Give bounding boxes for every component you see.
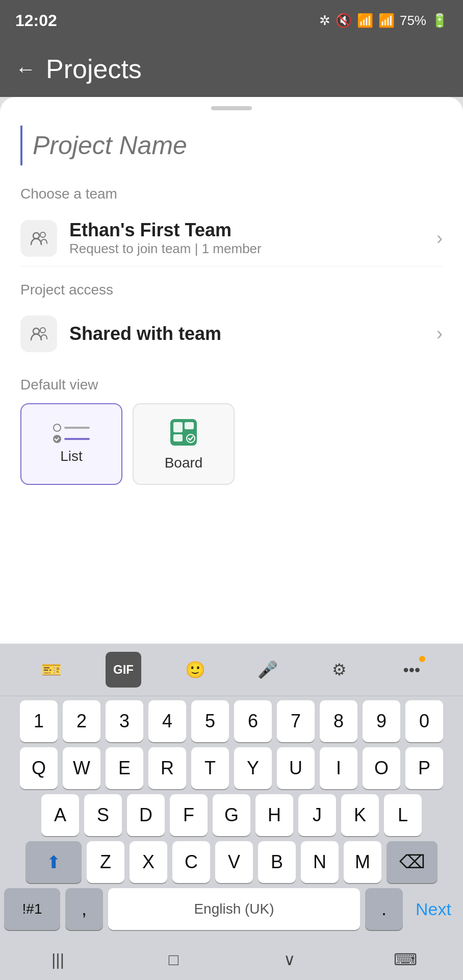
chevron-right-icon: › (436, 228, 443, 249)
back-button[interactable]: ← (15, 58, 36, 81)
svg-point-3 (40, 328, 45, 333)
zxcv-row: ⬆ Z X C V B N M ⌫ (4, 841, 459, 883)
key-8[interactable]: 8 (320, 700, 357, 742)
more-button[interactable]: ••• (394, 652, 429, 688)
key-1[interactable]: 1 (20, 700, 58, 742)
project-name-input[interactable] (20, 126, 443, 165)
gif-button[interactable]: GIF (106, 652, 141, 688)
key-6[interactable]: 6 (234, 700, 272, 742)
emoji-button[interactable]: 🙂 (177, 652, 213, 688)
home-nav-button[interactable]: □ (159, 944, 189, 975)
key-k[interactable]: K (341, 794, 379, 836)
key-9[interactable]: 9 (363, 700, 400, 742)
list-view-icon (53, 424, 90, 443)
board-view-label: Board (165, 455, 203, 471)
number-row: 1 2 3 4 5 6 7 8 9 0 (4, 700, 459, 742)
key-r[interactable]: R (148, 747, 186, 789)
asdf-row: A S D F G H J K L (4, 794, 459, 836)
signal-icon: 📶 (378, 13, 395, 29)
access-icon (20, 315, 57, 352)
recent-nav-button[interactable]: ∨ (274, 944, 305, 975)
team-selector[interactable]: Ethan's First Team Request to join team … (20, 210, 443, 266)
key-n[interactable]: N (301, 841, 339, 883)
key-2[interactable]: 2 (63, 700, 100, 742)
key-y[interactable]: Y (234, 747, 272, 789)
key-h[interactable]: H (255, 794, 293, 836)
notification-dot (419, 656, 425, 662)
view-options: List Board (20, 403, 443, 485)
space-key[interactable]: English (UK) (108, 888, 360, 930)
key-e[interactable]: E (106, 747, 143, 789)
keyboard-toolbar: 🎫 GIF 🙂 🎤 ⚙ ••• (0, 644, 463, 696)
key-f[interactable]: F (170, 794, 208, 836)
key-g[interactable]: G (213, 794, 250, 836)
key-w[interactable]: W (63, 747, 100, 789)
key-z[interactable]: Z (87, 841, 124, 883)
battery-level: 75% (400, 13, 426, 29)
key-s[interactable]: S (84, 794, 122, 836)
shift-key[interactable]: ⬆ (25, 841, 82, 883)
key-l[interactable]: L (384, 794, 422, 836)
backspace-key[interactable]: ⌫ (387, 841, 438, 883)
status-icons: ✲ 🔇 📶 📶 75% 🔋 (319, 13, 448, 29)
symbols-key[interactable]: !#1 (4, 888, 60, 930)
wifi-icon: 📶 (357, 13, 373, 29)
settings-button[interactable]: ⚙ (322, 652, 357, 688)
key-u[interactable]: U (277, 747, 315, 789)
key-m[interactable]: M (344, 841, 381, 883)
svg-rect-7 (173, 434, 183, 442)
gif-label: GIF (106, 652, 141, 688)
svg-point-1 (40, 232, 45, 237)
qwerty-row: Q W E R T Y U I O P (4, 747, 459, 789)
key-b[interactable]: B (258, 841, 296, 883)
bluetooth-icon: ✲ (319, 13, 330, 29)
access-chevron-icon: › (436, 323, 443, 345)
key-a[interactable]: A (41, 794, 79, 836)
key-x[interactable]: X (130, 841, 167, 883)
next-key[interactable]: Next (408, 888, 459, 930)
key-c[interactable]: C (172, 841, 210, 883)
mic-button[interactable]: 🎤 (250, 652, 286, 688)
key-d[interactable]: D (127, 794, 165, 836)
svg-rect-6 (185, 422, 194, 429)
list-view-card[interactable]: List (20, 403, 122, 485)
team-name: Ethan's First Team (69, 219, 436, 241)
comma-key[interactable]: , (65, 888, 103, 930)
list-row-circle-2 (53, 435, 61, 443)
team-icon (20, 220, 57, 257)
key-7[interactable]: 7 (277, 700, 315, 742)
sheet-handle (211, 106, 252, 110)
status-time: 12:02 (15, 11, 57, 30)
key-i[interactable]: I (320, 747, 357, 789)
sticker-button[interactable]: 🎫 (34, 652, 69, 688)
key-v[interactable]: V (215, 841, 253, 883)
board-view-card[interactable]: Board (133, 403, 235, 485)
app-header: ← Projects (0, 41, 463, 97)
key-5[interactable]: 5 (191, 700, 229, 742)
key-p[interactable]: P (405, 747, 443, 789)
key-j[interactable]: J (298, 794, 336, 836)
keyboard-keys: 1 2 3 4 5 6 7 8 9 0 Q W E R T Y U I O P … (0, 696, 463, 939)
back-nav-button[interactable]: ||| (43, 944, 73, 975)
key-4[interactable]: 4 (148, 700, 186, 742)
keyboard-nav-button[interactable]: ⌨ (390, 944, 421, 975)
key-0[interactable]: 0 (405, 700, 443, 742)
battery-icon: 🔋 (431, 13, 448, 29)
nav-bar: ||| □ ∨ ⌨ (0, 939, 463, 980)
list-view-label: List (60, 448, 83, 464)
mute-icon: 🔇 (336, 13, 352, 29)
key-3[interactable]: 3 (106, 700, 143, 742)
board-view-icon (168, 417, 199, 450)
key-q[interactable]: Q (20, 747, 58, 789)
keyboard: 🎫 GIF 🙂 🎤 ⚙ ••• 1 2 3 4 5 6 7 8 9 0 Q W (0, 644, 463, 939)
list-row-line-2 (64, 438, 90, 440)
key-t[interactable]: T (191, 747, 229, 789)
bottom-row: !#1 , English (UK) . Next (4, 888, 459, 930)
access-selector[interactable]: Shared with team › (20, 306, 443, 361)
team-info: Ethan's First Team Request to join team … (69, 219, 436, 257)
status-bar: 12:02 ✲ 🔇 📶 📶 75% 🔋 (0, 0, 463, 41)
key-o[interactable]: O (363, 747, 400, 789)
team-subtext: Request to join team | 1 member (69, 241, 436, 257)
list-row-line-1 (64, 427, 90, 429)
period-key[interactable]: . (365, 888, 403, 930)
